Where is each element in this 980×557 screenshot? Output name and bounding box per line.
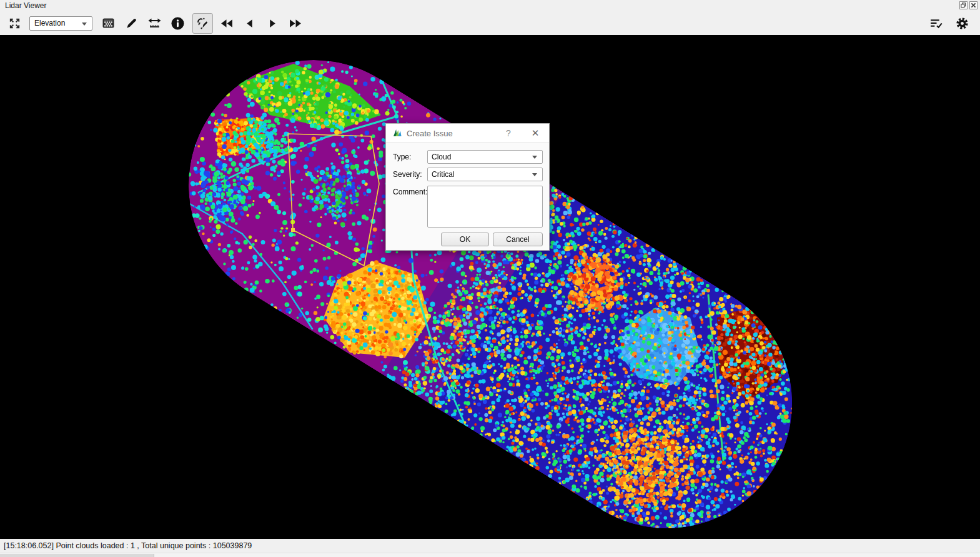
severity-select-value: Critical [432,170,455,179]
colormap-select-value: Elevation [34,19,65,28]
palette-grid-icon [102,18,115,29]
rewind-icon [219,18,234,29]
zoom-extents-button[interactable] [6,14,22,32]
close-window-icon [969,1,978,9]
wand-pen-icon [196,17,209,30]
create-issue-dialog: Create Issue ? ✕ Type: Cloud Severity: C… [385,123,550,251]
classification-button[interactable] [100,14,116,32]
info-icon [171,16,185,31]
measure-arrow-ruler-icon [147,17,162,29]
toolbar-right-group [928,14,973,32]
type-select-value: Cloud [432,153,451,161]
issue-list-button[interactable] [928,14,944,32]
type-select[interactable]: Cloud [427,150,543,164]
severity-label: Severity: [393,170,422,179]
play-button[interactable] [264,14,280,32]
scrollbar-thumb[interactable] [0,554,154,557]
expand-arrows-icon [9,18,21,29]
fast-forward-icon [289,18,303,29]
severity-select[interactable]: Critical [427,168,543,181]
status-bar: [15:18:06.052] Point clouds loaded : 1 ,… [0,539,980,553]
restore-window-icon [959,1,968,9]
measure-button[interactable] [146,14,162,32]
ok-button[interactable]: OK [441,233,489,246]
gear-icon [955,16,969,31]
viewport: Create Issue ? ✕ Type: Cloud Severity: C… [0,35,980,539]
lidar-canvas[interactable] [0,35,980,539]
chevron-down-icon [532,173,537,176]
fast-forward-button[interactable] [287,14,304,32]
info-button[interactable] [169,14,186,32]
cancel-button[interactable]: Cancel [493,233,543,246]
window-title: Lidar Viewer [5,1,46,11]
window-titlebar: Lidar Viewer [0,0,980,11]
status-message: [15:18:06.052] Point clouds loaded : 1 ,… [4,541,252,550]
dialog-close-button[interactable]: ✕ [530,128,541,139]
app-logo-icon [392,128,403,138]
close-window-button[interactable] [969,1,978,9]
chevron-down-icon [82,23,87,26]
comment-label: Comment: [393,188,427,196]
dialog-help-button[interactable]: ? [503,128,513,138]
main-toolbar: Elevation [0,11,980,35]
triangle-right-icon [267,18,278,29]
rewind-button[interactable] [218,14,234,32]
pencil-icon [126,18,137,29]
chevron-down-icon [532,156,537,159]
horizontal-scrollbar[interactable] [0,553,980,557]
draw-button[interactable] [123,14,139,32]
app-window: Lidar Viewer [0,0,980,557]
create-issue-button[interactable] [192,13,213,34]
triangle-left-icon [244,18,255,29]
colormap-select[interactable]: Elevation [29,16,92,31]
dialog-title: Create Issue [407,129,453,138]
settings-button[interactable] [954,14,970,32]
step-back-button[interactable] [241,14,257,32]
restore-window-button[interactable] [959,1,968,9]
list-check-icon [929,18,944,29]
type-label: Type: [393,153,411,161]
comment-textarea[interactable] [427,186,543,228]
window-controls [959,1,978,9]
